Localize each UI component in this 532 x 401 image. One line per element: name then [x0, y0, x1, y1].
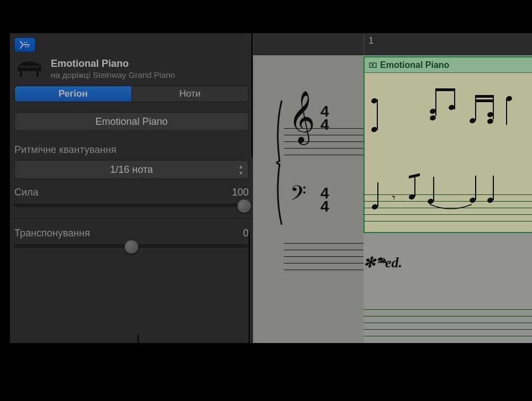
tab-notes[interactable]: Ноти: [132, 86, 249, 102]
tie-icon: [429, 203, 473, 212]
transpose-row: Транспонування 0: [14, 228, 249, 248]
bass-clef-icon: 𝄢: [290, 183, 307, 208]
strength-thumb[interactable]: [237, 199, 251, 213]
transpose-slider[interactable]: [14, 245, 249, 248]
instrument-icon: [15, 58, 44, 80]
svg-point-0: [24, 42, 25, 43]
callout-line: [251, 33, 252, 157]
track-subtitle: на доріжці Steinway Grand Piano: [51, 70, 175, 81]
svg-point-2: [25, 46, 27, 47]
tab-region[interactable]: Регіон: [14, 86, 132, 102]
loop-icon: [369, 61, 377, 69]
region-header[interactable]: Emotional Piano: [365, 57, 532, 73]
pedal-mark: ✻𝆮ed.: [364, 254, 402, 271]
tab-group: Регіон Ноти: [14, 86, 249, 102]
time-signature-treble: 4 4: [320, 105, 329, 131]
strength-value[interactable]: 100: [232, 187, 249, 198]
callout-line: [251, 0, 252, 33]
strength-slider[interactable]: [14, 204, 249, 207]
treble-clef-icon: 𝄞: [288, 94, 315, 139]
svg-point-3: [28, 46, 29, 47]
bass-staff-margin: [284, 243, 364, 270]
callout-line: [138, 335, 139, 401]
transpose-value[interactable]: 0: [243, 228, 249, 239]
timeline-ruler[interactable]: 1: [253, 33, 532, 55]
divider: [10, 218, 253, 219]
track-header: Emotional Piano на доріжці Steinway Gran…: [14, 57, 249, 80]
score-view[interactable]: 1 Emotional Piano 𝄞 4 4: [253, 33, 532, 343]
callout-line: [249, 231, 250, 401]
chevron-up-down-icon: ▴▾: [239, 163, 243, 176]
ruler-bar-1: 1: [364, 33, 373, 55]
svg-rect-4: [20, 66, 39, 68]
transpose-label: Транспонування: [14, 228, 90, 239]
catch-playhead-icon: [19, 40, 31, 49]
strength-label: Сила: [14, 187, 39, 198]
strength-row: Сила 100: [14, 187, 249, 207]
svg-point-1: [26, 41, 27, 43]
catch-playhead-button[interactable]: [14, 38, 35, 52]
transpose-thumb[interactable]: [124, 240, 139, 254]
staff-brace: [274, 101, 283, 225]
inspector-panel: Emotional Piano на доріжці Steinway Gran…: [10, 33, 253, 343]
quantize-label: Ритмічне квантування: [14, 144, 249, 156]
time-signature-bass: 4 4: [320, 187, 329, 213]
region-name-field[interactable]: Emotional Piano: [14, 112, 249, 131]
region-header-title: Emotional Piano: [380, 60, 449, 70]
quantize-value: 1/16 нота: [110, 164, 153, 176]
bass-staff-region: [364, 309, 532, 336]
region-title: Emotional Piano: [51, 57, 175, 70]
quantize-dropdown[interactable]: 1/16 нота ▴▾: [14, 160, 249, 179]
